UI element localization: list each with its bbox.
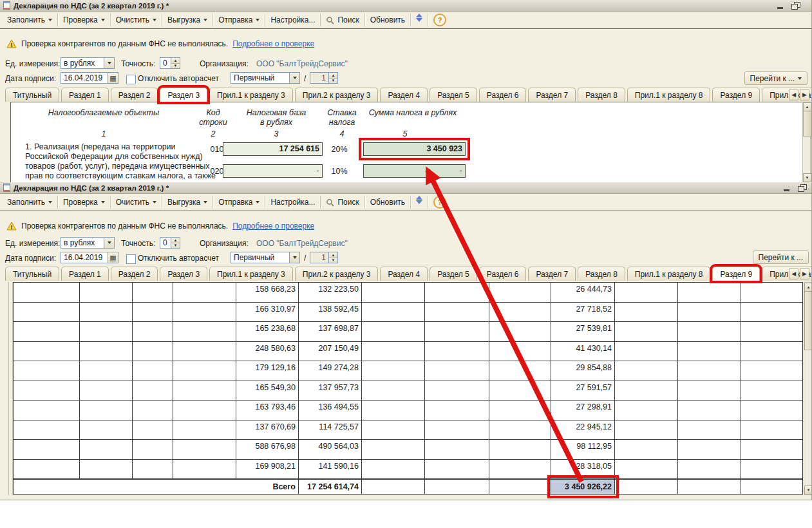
grid-cell[interactable] — [425, 283, 489, 303]
grid-cell[interactable] — [362, 361, 425, 381]
grid-cell[interactable] — [425, 440, 489, 460]
tab-item[interactable]: Раздел 8 — [578, 88, 625, 102]
grid-cell[interactable] — [425, 479, 489, 495]
grid-row[interactable]: 163 793,46136 494,5527 298,91 — [14, 401, 803, 420]
grid-cell[interactable] — [615, 401, 678, 420]
grid-row[interactable]: 166 310,97138 592,4527 718,52 — [14, 302, 803, 322]
tab-item[interactable]: Прил.1 к разделу 3 — [209, 267, 293, 281]
clear-button[interactable]: Очистить — [111, 14, 162, 26]
minimize-button[interactable] — [776, 2, 786, 10]
grid-cell[interactable] — [489, 479, 551, 495]
calendar-icon[interactable]: ▦ — [108, 73, 118, 83]
grid-cell[interactable] — [362, 381, 425, 401]
cost-with-vat-cell[interactable]: 169 908,21 — [236, 459, 299, 479]
grid-cell[interactable] — [425, 341, 489, 361]
grid-cell[interactable] — [80, 459, 133, 479]
tab-item[interactable]: Прил.1 к разделу 3 — [209, 88, 293, 102]
grid-cell[interactable] — [678, 341, 741, 361]
settings-button[interactable]: Настройка... — [265, 14, 320, 26]
grid-cell[interactable] — [133, 302, 173, 322]
grid-cell[interactable] — [425, 361, 489, 381]
grid-cell[interactable] — [678, 381, 741, 401]
grid-cell[interactable] — [362, 420, 425, 440]
sign-date-field[interactable]: 16.04.2019▦ — [61, 252, 118, 263]
grid-cell[interactable] — [133, 341, 173, 361]
grid-cell[interactable] — [80, 381, 133, 401]
grid-cell[interactable] — [741, 302, 803, 322]
grid-cell[interactable] — [362, 459, 425, 479]
grid-cell[interactable] — [741, 459, 803, 479]
grid-cell[interactable] — [678, 459, 741, 479]
vat-amount-cell[interactable]: 26 444,73 — [551, 283, 615, 303]
cost-without-vat-cell[interactable]: 132 223,50 — [299, 283, 362, 303]
grid-cell[interactable] — [133, 283, 173, 303]
grid-cell[interactable] — [80, 420, 133, 440]
grid-cell[interactable] — [678, 479, 741, 495]
grid-cell[interactable] — [133, 381, 173, 401]
unit-select[interactable]: в рублях — [61, 57, 115, 69]
scrollbar-thumb[interactable] — [804, 291, 812, 350]
cost-with-vat-cell[interactable]: 588 676,98 — [236, 440, 299, 460]
vat-amount-cell[interactable]: 41 430,14 — [551, 341, 615, 361]
cost-without-vat-cell[interactable]: 141 590,16 — [299, 459, 362, 479]
grid-cell[interactable] — [489, 361, 551, 381]
grid-cell[interactable] — [80, 302, 133, 322]
grid-cell[interactable] — [14, 459, 80, 479]
tab-item[interactable]: Раздел 6 — [479, 88, 527, 102]
grid-cell[interactable] — [489, 420, 551, 440]
correction-number-stepper[interactable]: 1▲▼ — [310, 252, 338, 263]
export-button[interactable]: Выгрузка — [162, 196, 212, 209]
grid-cell[interactable] — [741, 361, 803, 381]
grid-cell[interactable] — [678, 420, 741, 440]
grid-cell[interactable] — [173, 401, 236, 420]
settings-button[interactable]: Настройка... — [265, 196, 320, 209]
grid-cell[interactable] — [425, 322, 489, 342]
chevron-down-icon[interactable] — [289, 252, 299, 263]
grid-row[interactable]: 169 908,21141 590,1628 318,05 — [14, 459, 803, 479]
restore-button[interactable] — [791, 2, 800, 10]
scrollbar-vertical[interactable]: ▲ ▼ — [802, 102, 811, 182]
help-button[interactable]: ? — [428, 196, 451, 209]
scroll-down-icon[interactable]: ▼ — [804, 486, 812, 495]
grid-cell[interactable] — [741, 479, 803, 495]
grid-cell[interactable] — [615, 322, 678, 342]
grid-cell[interactable] — [173, 341, 236, 361]
grid-cell[interactable] — [741, 381, 803, 401]
grid-cell[interactable] — [133, 322, 173, 342]
search-button[interactable]: Поиск — [321, 196, 364, 209]
cost-with-vat-cell[interactable]: 165 549,30 — [236, 381, 299, 401]
grid-cell[interactable] — [489, 459, 551, 479]
tab-item[interactable]: Прил.1 к разделу 8 — [627, 88, 711, 102]
cost-without-vat-cell[interactable]: 207 150,49 — [299, 341, 362, 361]
doc-kind-select[interactable]: Первичный — [231, 72, 300, 84]
tab-item[interactable]: Титульный — [5, 88, 59, 102]
grid-cell[interactable] — [489, 440, 551, 460]
help-button[interactable]: ? — [428, 14, 451, 26]
warning-details-link[interactable]: Подробнее о проверке — [232, 222, 314, 231]
cost-with-vat-cell[interactable]: 165 238,68 — [236, 322, 299, 342]
tab-item[interactable]: Раздел 6 — [479, 267, 527, 281]
grid-cell[interactable] — [615, 361, 678, 381]
tab-item-active[interactable]: Раздел 3 — [160, 88, 207, 102]
grid-cell[interactable] — [489, 381, 551, 401]
tab-scroll-left-icon[interactable]: ◀ — [789, 268, 798, 279]
tab-item[interactable]: Раздел 3 — [160, 267, 207, 281]
tab-item[interactable]: Раздел 2 — [111, 88, 158, 102]
refresh-button[interactable]: Обновить — [365, 14, 410, 26]
grid-cell[interactable] — [425, 302, 489, 322]
sort-button[interactable] — [411, 14, 428, 26]
cost-with-vat-cell[interactable]: 137 670,69 — [236, 420, 299, 440]
doc-kind-select[interactable]: Первичный — [231, 252, 300, 263]
grid-cell[interactable] — [362, 302, 425, 322]
vat-amount-cell[interactable]: 27 718,52 — [551, 302, 615, 322]
tab-item[interactable]: Раздел 2 — [111, 267, 158, 281]
grid-cell[interactable] — [615, 381, 678, 401]
send-button[interactable]: Отправка — [213, 14, 265, 26]
autocalc-checkbox[interactable] — [126, 254, 136, 264]
grid-row[interactable]: 137 670,69114 725,5722 945,12 — [14, 420, 803, 440]
grid-cell[interactable] — [741, 440, 803, 460]
scrollbar-thumb[interactable] — [803, 111, 811, 137]
grid-cell[interactable] — [741, 401, 803, 420]
grid-cell[interactable] — [489, 283, 551, 303]
verify-button[interactable]: Проверка — [58, 196, 110, 209]
